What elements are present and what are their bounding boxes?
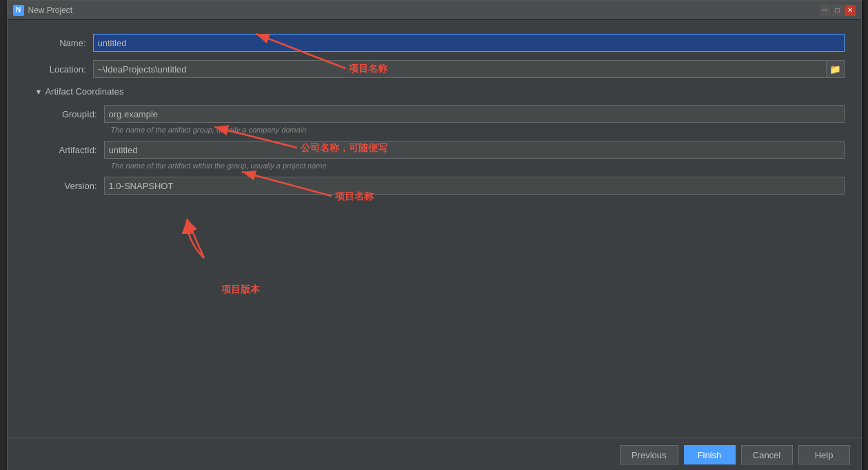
previous-button[interactable]: Previous bbox=[620, 445, 678, 464]
dialog-window: N New Project ─ □ ✕ Name: Location: 📁 ▼ … bbox=[7, 0, 862, 470]
group-id-row: GroupId: bbox=[35, 105, 845, 123]
title-bar: N New Project ─ □ ✕ bbox=[8, 1, 861, 20]
group-id-section: GroupId: The name of the artifact group,… bbox=[35, 105, 845, 134]
cancel-button[interactable]: Cancel bbox=[741, 445, 793, 464]
name-row: Name: bbox=[24, 34, 845, 52]
window-title: New Project bbox=[28, 6, 820, 15]
group-id-label: GroupId: bbox=[35, 109, 104, 119]
version-label: Version: bbox=[35, 181, 104, 191]
location-input[interactable] bbox=[93, 60, 827, 78]
group-id-input[interactable] bbox=[104, 105, 845, 123]
browse-button[interactable]: 📁 bbox=[827, 60, 845, 78]
artifact-id-section: ArtifactId: The name of the artifact wit… bbox=[35, 141, 845, 170]
dialog-body: Name: Location: 📁 ▼ Artifact Coordinates… bbox=[8, 20, 861, 438]
version-row: Version: bbox=[35, 177, 845, 195]
app-icon: N bbox=[13, 5, 24, 16]
artifact-section-header: ▼ Artifact Coordinates bbox=[35, 86, 845, 97]
name-input[interactable] bbox=[93, 34, 845, 52]
name-label: Name: bbox=[24, 38, 93, 48]
dialog-footer: Previous Finish Cancel Help bbox=[8, 438, 861, 470]
location-row: Location: 📁 bbox=[24, 60, 845, 78]
minimize-button[interactable]: ─ bbox=[820, 5, 831, 16]
version-section: Version: bbox=[35, 177, 845, 195]
maximize-button[interactable]: □ bbox=[832, 5, 843, 16]
content-area bbox=[24, 203, 845, 424]
artifact-id-label: ArtifactId: bbox=[35, 145, 104, 155]
finish-button[interactable]: Finish bbox=[684, 445, 736, 464]
version-input[interactable] bbox=[104, 177, 845, 195]
section-title: Artifact Coordinates bbox=[45, 86, 123, 97]
location-label: Location: bbox=[24, 64, 93, 75]
artifact-id-input[interactable] bbox=[104, 141, 845, 159]
window-controls: ─ □ ✕ bbox=[820, 5, 856, 16]
help-button[interactable]: Help bbox=[798, 445, 850, 464]
artifact-id-hint: The name of the artifact within the grou… bbox=[111, 161, 845, 170]
close-button[interactable]: ✕ bbox=[845, 5, 856, 16]
artifact-id-row: ArtifactId: bbox=[35, 141, 845, 159]
location-input-wrapper: 📁 bbox=[93, 60, 845, 78]
section-toggle[interactable]: ▼ bbox=[35, 88, 43, 96]
group-id-hint: The name of the artifact group, usually … bbox=[111, 126, 845, 134]
